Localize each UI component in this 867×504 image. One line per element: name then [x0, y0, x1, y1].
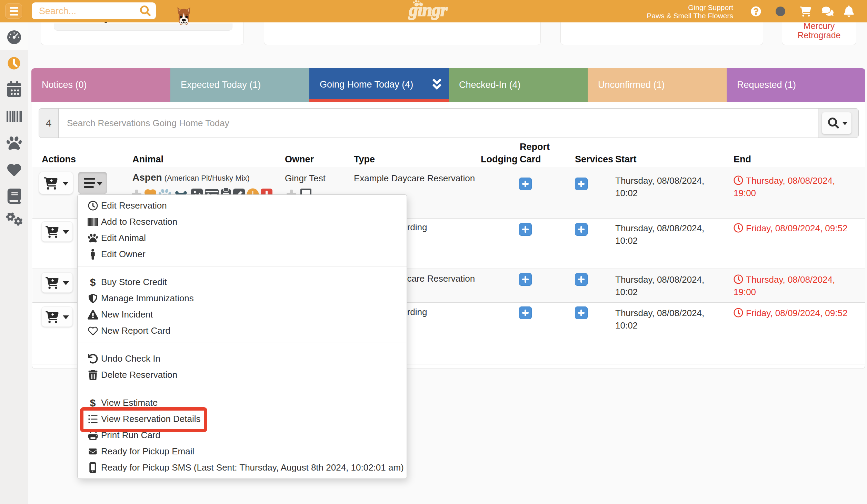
svg-text:gingr: gingr: [409, 0, 448, 20]
